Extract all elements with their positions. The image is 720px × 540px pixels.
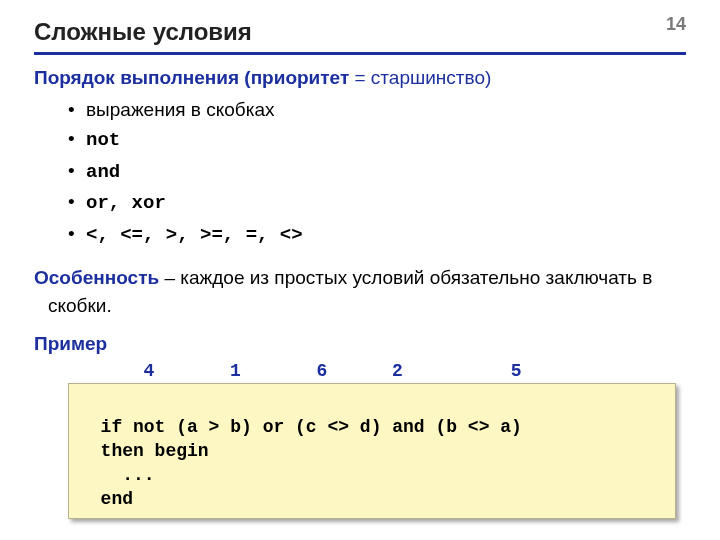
order-heading-bold: Порядок выполнения (приоритет bbox=[34, 67, 349, 88]
list-item: • or, xor bbox=[68, 187, 686, 218]
list-item-text: выражения в скобках bbox=[86, 95, 274, 124]
feature-lead: Особенность bbox=[34, 267, 159, 288]
bullet-icon: • bbox=[68, 156, 86, 185]
page-number: 14 bbox=[666, 14, 686, 35]
list-item: • <, <=, >, >=, =, <> bbox=[68, 219, 686, 250]
bullet-icon: • bbox=[68, 95, 86, 124]
code-line: end bbox=[79, 489, 133, 509]
list-item: • and bbox=[68, 156, 686, 187]
code-line: then begin bbox=[79, 441, 209, 461]
list-item: • выражения в скобках bbox=[68, 95, 686, 124]
bullet-icon: • bbox=[68, 219, 86, 248]
list-item-text: and bbox=[86, 158, 120, 187]
list-item-text: <, <=, >, >=, =, <> bbox=[86, 221, 303, 250]
slide-title: Сложные условия bbox=[34, 18, 686, 55]
code-line: if not (a > b) or (c <> d) and (b <> a) bbox=[79, 417, 522, 437]
order-heading-tail: = старшинство) bbox=[349, 67, 491, 88]
list-item-text: not bbox=[86, 126, 120, 155]
code-line: ... bbox=[79, 465, 155, 485]
bullet-icon: • bbox=[68, 124, 86, 153]
example-label: Пример bbox=[34, 333, 686, 355]
code-example: if not (a > b) or (c <> d) and (b <> a) … bbox=[68, 383, 676, 518]
evaluation-order-numbers: 4 1 6 2 5 bbox=[68, 361, 686, 381]
bullet-icon: • bbox=[68, 187, 86, 216]
order-heading: Порядок выполнения (приоритет = старшинс… bbox=[34, 67, 686, 89]
list-item: • not bbox=[68, 124, 686, 155]
feature-note: Особенность – каждое из простых условий … bbox=[34, 264, 686, 319]
list-item-text: or, xor bbox=[86, 189, 166, 218]
priority-list: • выражения в скобках • not • and • or, … bbox=[68, 95, 686, 250]
